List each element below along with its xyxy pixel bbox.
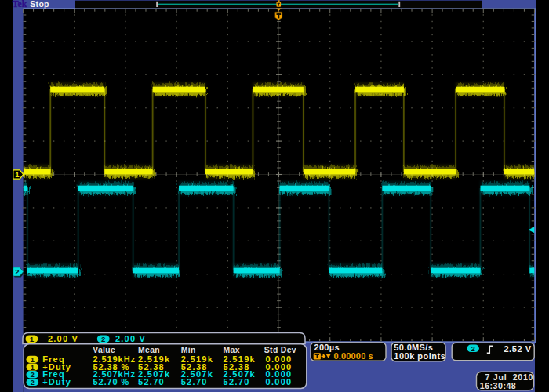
svg-text:Max: Max: [224, 346, 240, 354]
svg-text:2: 2: [471, 344, 475, 353]
svg-text:52.70 %: 52.70 %: [93, 377, 130, 387]
svg-text:2: 2: [15, 267, 19, 276]
svg-text:1: 1: [31, 364, 35, 372]
svg-text:Mean: Mean: [138, 346, 160, 354]
svg-text:2.00 V: 2.00 V: [48, 334, 78, 343]
svg-text:Min: Min: [181, 346, 196, 354]
svg-text:52.70: 52.70: [181, 377, 208, 387]
svg-text:2: 2: [31, 379, 35, 387]
svg-text:2: 2: [101, 335, 105, 343]
svg-text:2.00 V: 2.00 V: [115, 334, 146, 343]
svg-text:Tek: Tek: [13, 0, 27, 9]
svg-text:100k points: 100k points: [394, 351, 445, 361]
svg-text:Stop: Stop: [30, 0, 49, 9]
svg-text:200µs: 200µs: [314, 343, 340, 352]
svg-text:+Duty: +Duty: [42, 377, 71, 387]
svg-text:0.000: 0.000: [266, 377, 293, 387]
svg-text:16:30:48: 16:30:48: [480, 381, 516, 390]
svg-text:2.52 V: 2.52 V: [504, 344, 531, 354]
svg-text:Value: Value: [93, 346, 115, 354]
svg-text:1: 1: [30, 335, 35, 343]
svg-text:1: 1: [31, 356, 35, 364]
svg-text:52.70: 52.70: [224, 377, 250, 387]
svg-text:Std Dev: Std Dev: [264, 346, 296, 354]
svg-text:52.70: 52.70: [138, 377, 165, 387]
svg-text:1: 1: [15, 170, 20, 179]
svg-text:2: 2: [31, 371, 35, 379]
svg-text:0.00000 s: 0.00000 s: [334, 351, 373, 361]
